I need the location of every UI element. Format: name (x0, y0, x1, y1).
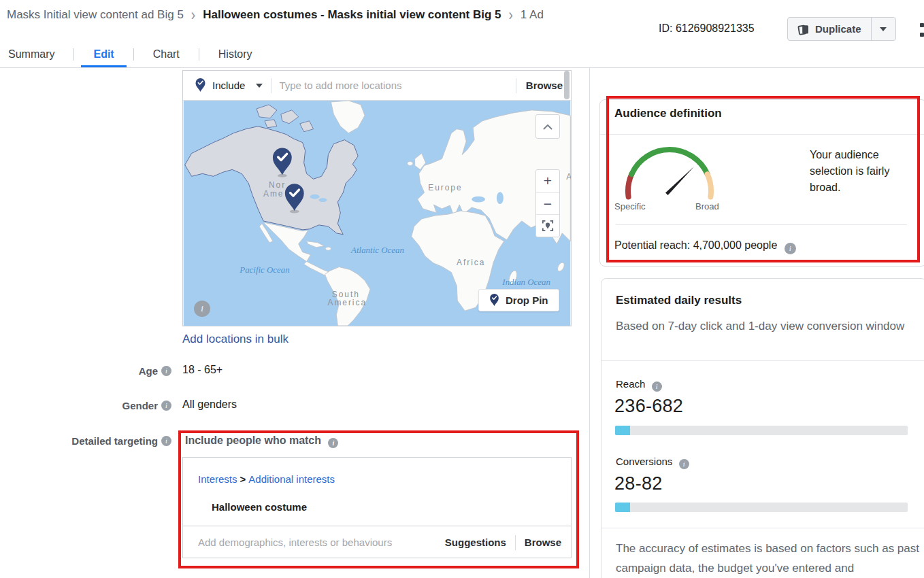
age-value: 18 - 65+ (182, 364, 222, 376)
gauge-label-broad: Broad (695, 201, 719, 211)
pin-check-icon (489, 294, 499, 307)
map-info-button[interactable]: i (194, 301, 210, 317)
locations-widget: Include Browse (182, 70, 572, 326)
info-icon[interactable]: i (652, 381, 662, 392)
map-great-lakes (310, 194, 320, 199)
add-locations-bulk-link[interactable]: Add locations in bulk (182, 333, 288, 346)
estimated-results-title: Estimated daily results (616, 294, 742, 307)
divider (601, 360, 924, 361)
map-great-lakes (319, 198, 327, 202)
tab-history[interactable]: History (217, 48, 254, 61)
map-label-north-america-2: Ame (263, 189, 284, 199)
reach-progress-fill (615, 426, 630, 435)
pane-divider (589, 68, 590, 578)
suggestions-button[interactable]: Suggestions (436, 537, 515, 548)
map-label-indian: Indian Ocean (501, 277, 550, 287)
drop-pin-button[interactable]: Drop Pin (478, 289, 559, 311)
pin-in-frame-icon (542, 220, 554, 232)
divider (600, 134, 924, 135)
map-ireland (408, 161, 413, 165)
map-label-north-america-1: Nor (269, 180, 286, 190)
tab-divider (73, 48, 74, 61)
duplicate-button[interactable]: Duplicate (788, 18, 871, 40)
conversions-progress-bar (615, 503, 908, 512)
detailed-targeting-input[interactable] (198, 526, 470, 558)
tab-chart[interactable]: Chart (152, 48, 181, 61)
conversions-metric-label: Conversions i (616, 456, 689, 469)
gender-value: All genders (182, 398, 237, 411)
include-people-match-label: Include people who match i (185, 435, 338, 448)
duplicate-split-button: Duplicate (787, 17, 896, 41)
info-icon[interactable]: i (161, 436, 171, 446)
ads-manager-page: Masks Initial view content ad Big 5 › Ha… (0, 0, 924, 578)
age-label: Age (41, 365, 158, 377)
gauge-segment-broad (708, 174, 711, 197)
info-icon[interactable]: i (679, 459, 689, 469)
tab-summary[interactable]: Summary (7, 48, 56, 61)
targeting-browse-button[interactable]: Browse (516, 537, 564, 548)
breadcrumb-adset[interactable]: Halloween costumes - Masks initial view … (203, 8, 501, 22)
map-pan-up-button[interactable] (535, 114, 560, 139)
gauge-label-specific: Specific (614, 201, 646, 211)
audience-definition-title: Audience definition (614, 107, 722, 120)
estimated-results-subtitle: Based on 7-day click and 1-day view conv… (616, 317, 915, 335)
chevron-up-icon (543, 124, 552, 130)
info-icon[interactable]: i (161, 401, 171, 411)
divider (601, 528, 924, 528)
map-label-africa: Africa (457, 258, 485, 267)
chevron-right-icon: › (509, 5, 513, 24)
breadcrumb-ad-count[interactable]: 1 Ad (521, 8, 544, 22)
reach-metric-label: Reach i (616, 378, 662, 392)
map-label-atlantic: Atlantic Ocean (350, 245, 404, 255)
divider (271, 78, 271, 93)
info-icon[interactable]: i (161, 366, 171, 376)
location-browse-button[interactable]: Browse (516, 80, 571, 91)
map-caspian-sea (497, 192, 504, 204)
map-hispaniola (325, 247, 331, 250)
interest-subcategory-link[interactable]: Additional interests (248, 473, 335, 485)
potential-reach: Potential reach: 4,700,000 people i (614, 239, 796, 254)
map-zoom-in-button[interactable]: + (536, 170, 559, 192)
map-black-sea (472, 197, 485, 203)
chevron-down-icon[interactable] (256, 84, 263, 88)
estimates-disclaimer: The accuracy of estimates is based on fa… (616, 539, 920, 578)
interest-category-link[interactable]: Interests (198, 473, 237, 485)
include-dropdown-value[interactable]: Include (212, 80, 245, 91)
audience-message: Your audience selection is fairly broad. (810, 147, 913, 196)
tab-divider (133, 48, 134, 61)
duplicate-dropdown-button[interactable] (871, 18, 895, 40)
info-icon[interactable]: i (328, 438, 338, 448)
map-zoom-controls: + − (535, 169, 560, 237)
scrollbar-thumb[interactable] (564, 71, 570, 99)
targeting-actions: Suggestions Browse (436, 526, 564, 558)
map-label-europe: Europe (428, 183, 462, 192)
duplicate-label: Duplicate (815, 23, 861, 35)
map-pin-picker-button[interactable] (536, 214, 559, 237)
location-search-input[interactable] (279, 80, 515, 91)
interest-breadcrumb: Interests>Additional interests (198, 473, 335, 485)
detailed-targeting-label: Detailed targeting (41, 435, 158, 447)
gauge-segment-mid (631, 150, 707, 174)
gauge-segment-specific (628, 174, 631, 197)
map-label-asia-partial: A (566, 172, 571, 182)
conversions-metric-value: 28-82 (614, 473, 663, 494)
tab-edit[interactable]: Edit (92, 48, 115, 61)
world-map[interactable]: Nor Ame Europe Africa South America A At… (183, 101, 571, 326)
gauge-needle (665, 167, 694, 195)
gender-label: Gender (41, 400, 158, 411)
pin-check-icon (195, 78, 206, 92)
object-id: ID: 6126908921335 (659, 22, 755, 35)
drop-pin-label: Drop Pin (506, 294, 548, 306)
map-zoom-out-button[interactable]: − (536, 192, 559, 215)
tab-divider (199, 48, 199, 61)
header-divider (0, 67, 924, 68)
breadcrumb-campaign[interactable]: Masks Initial view content ad Big 5 (7, 8, 184, 22)
tab-bar: Summary Edit Chart History (7, 41, 254, 67)
info-icon[interactable]: i (785, 243, 796, 254)
breadcrumb: Masks Initial view content ad Big 5 › Ha… (7, 7, 544, 22)
reach-metric-value: 236-682 (614, 396, 683, 417)
interest-value[interactable]: Halloween costume (212, 501, 307, 513)
location-include-bar: Include Browse (183, 71, 571, 101)
detailed-targeting-box: Interests>Additional interests Halloween… (182, 457, 572, 558)
clipped-edge-icon (920, 23, 924, 38)
